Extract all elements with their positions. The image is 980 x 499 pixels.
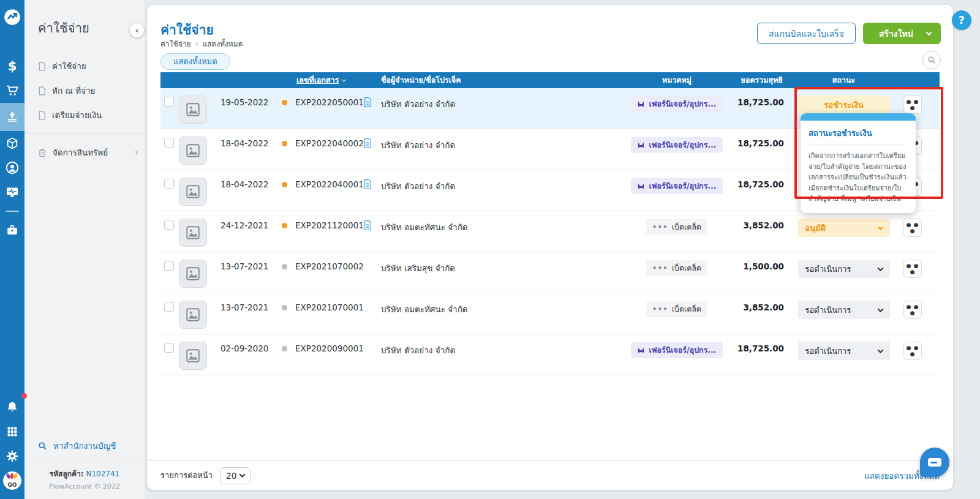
receipt-thumbnail[interactable]	[179, 301, 207, 329]
sidebar-item-asset-management[interactable]: จัดการสินทรัพย์ ›	[24, 140, 145, 165]
payroll-briefcase-icon[interactable]	[0, 218, 24, 242]
contacts-person-icon[interactable]	[0, 156, 24, 180]
vendor-name: บริษัท อมตะทัศนะ จำกัด	[380, 219, 631, 234]
more-actions-button[interactable]: ● ● ●	[903, 96, 922, 114]
row-checkbox[interactable]	[164, 343, 174, 353]
row-date: 18-04-2022	[221, 178, 282, 189]
expense-upload-icon-active[interactable]	[0, 103, 24, 131]
row-checkbox[interactable]	[164, 220, 174, 230]
misc-dots-icon: •••	[652, 264, 668, 272]
more-actions-button[interactable]: ● ● ●	[903, 260, 922, 278]
row-checkbox[interactable]	[164, 97, 174, 107]
row-checkbox[interactable]	[164, 261, 174, 271]
receipt-thumbnail[interactable]	[179, 137, 207, 165]
column-header-status: สถานะ	[784, 74, 903, 86]
create-new-label: สร้างใหม่	[879, 27, 913, 40]
row-checkbox[interactable]	[164, 138, 174, 148]
buy-cart-icon[interactable]	[0, 78, 24, 103]
status-dropdown[interactable]: รอดำเนินการ	[798, 260, 890, 278]
net-total: 18,725.00	[723, 342, 784, 353]
chat-support-button[interactable]	[920, 448, 949, 477]
status-dropdown-label: รอดำเนินการ	[805, 263, 851, 276]
document-number-link[interactable]: EXP2021070001	[295, 301, 364, 312]
receipt-thumbnail[interactable]	[179, 342, 207, 370]
furniture-icon	[637, 100, 645, 108]
tooltip-title: สถานะรอชำระเงิน	[809, 127, 908, 145]
receipt-thumbnail[interactable]	[179, 96, 207, 124]
document-number-link[interactable]: EXP2022050001	[295, 96, 364, 107]
more-actions-button[interactable]: ● ● ●	[903, 301, 922, 319]
category-label: เบ็ดเตล็ด	[672, 303, 702, 315]
status-dropdown-label: รอดำเนินการ	[805, 345, 851, 358]
sidebar-item[interactable]: เตรียมจ่ายเงิน	[24, 103, 145, 127]
category-chip: ••• เบ็ดเตล็ด	[646, 301, 708, 317]
sidebar-collapse-button[interactable]: ‹	[130, 23, 144, 37]
chevron-down-icon	[926, 29, 932, 36]
settings-gear-icon[interactable]	[0, 444, 24, 468]
sidebar-item[interactable]: ค่าใช้จ่าย	[24, 54, 145, 78]
row-date: 24-12-2021	[221, 219, 282, 230]
help-button[interactable]: ?	[952, 10, 971, 30]
misc-dots-icon: •••	[652, 223, 668, 231]
row-date: 02-09-2020	[221, 342, 282, 353]
attachment-document-icon	[364, 138, 372, 148]
apps-grid-icon[interactable]	[0, 419, 24, 444]
net-total: 18,725.00	[723, 96, 784, 107]
table-search-button[interactable]	[922, 51, 941, 69]
products-box-icon[interactable]	[0, 131, 24, 156]
chevron-down-icon	[877, 347, 883, 353]
category-chip: เฟอร์นิเจอร์/อุปกร...	[631, 137, 722, 153]
status-dropdown[interactable]: รอดำเนินการ	[798, 342, 890, 360]
row-checkbox[interactable]	[164, 179, 174, 189]
status-badge: รอชำระเงิน	[798, 96, 890, 114]
table-row: 13-07-2021 EXP2021070002 บริษัท เสริมสุข…	[160, 252, 940, 293]
more-actions-button[interactable]: ● ● ●	[903, 342, 922, 360]
document-number-link[interactable]: EXP2020090001	[295, 342, 364, 353]
sidebar-menu: ค่าใช้จ่าย หัก ณ ที่จ่าย เตรียมจ่ายเงิน	[24, 54, 145, 127]
image-placeholder-icon	[185, 348, 201, 364]
go-logo-label: GO	[3, 482, 21, 488]
sidebar-item[interactable]: หัก ณ ที่จ่าย	[24, 78, 145, 103]
filter-show-all-pill[interactable]: แสดงทั้งหมด	[160, 53, 230, 70]
row-checkbox[interactable]	[164, 302, 174, 312]
status-dropdown[interactable]: รอดำเนินการ	[798, 301, 890, 319]
partner-go-logo-icon[interactable]: GO	[0, 468, 24, 493]
tooltip-body: เกิดจากการสร้างเอกสารใบเตรียมจ่าย/ใบสำคั…	[809, 151, 908, 204]
page-title: ค่าใช้จ่าย	[160, 20, 214, 40]
go-petal	[10, 473, 13, 479]
net-total: 18,725.00	[723, 137, 784, 148]
scan-bills-button[interactable]: สแกนบิลและใบเสร็จ	[757, 23, 856, 44]
status-dropdown[interactable]: อนุมัติ	[798, 219, 890, 237]
sidebar-divider	[24, 133, 145, 134]
per-page-select[interactable]: 20	[220, 467, 251, 484]
notifications-bell-icon[interactable]	[0, 395, 24, 419]
flowaccount-logo-icon[interactable]	[0, 5, 24, 29]
find-accountant-link[interactable]: หาสำนักงานบัญชี	[24, 432, 145, 460]
category-label: เฟอร์นิเจอร์/อุปกร...	[649, 180, 716, 192]
document-number-link[interactable]: EXP2022040001	[295, 178, 364, 189]
image-placeholder-icon	[185, 225, 201, 241]
chevron-down-icon	[877, 265, 883, 271]
sort-chevron-icon	[342, 77, 346, 81]
receipt-thumbnail[interactable]	[179, 178, 207, 206]
reports-monitor-icon[interactable]	[0, 180, 24, 204]
receipt-thumbnail[interactable]	[179, 260, 207, 288]
breadcrumb-root[interactable]: ค่าใช้จ่าย	[160, 38, 191, 50]
receipt-thumbnail[interactable]	[179, 219, 207, 247]
status-dropdown-label: อนุมัติ	[805, 222, 826, 234]
image-placeholder-icon	[185, 266, 201, 282]
document-number-link[interactable]: EXP2022040002	[295, 137, 364, 148]
sell-dollar-icon[interactable]: $	[0, 54, 24, 78]
document-number-link[interactable]: EXP2021120001	[295, 219, 364, 230]
status-dot-icon	[282, 264, 287, 269]
create-new-button[interactable]: สร้างใหม่	[863, 23, 941, 44]
category-label: เฟอร์นิเจอร์/อุปกร...	[649, 139, 716, 151]
customer-code-value[interactable]: N102741	[86, 470, 119, 478]
column-header-doc-no[interactable]: เลขที่เอกสาร	[295, 74, 380, 86]
customer-code-label: รหัสลูกค้า:	[50, 470, 84, 478]
net-total: 3,852.00	[723, 219, 784, 230]
per-page-value: 20	[226, 471, 236, 481]
more-actions-button[interactable]: ● ● ●	[903, 219, 922, 237]
document-number-link[interactable]: EXP2021070002	[295, 260, 364, 271]
image-placeholder-icon	[185, 143, 201, 159]
